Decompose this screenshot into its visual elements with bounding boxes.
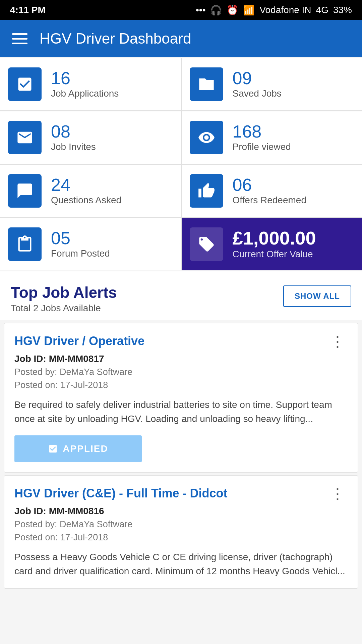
job-posted-by-1: Posted by: DeMaYa Software: [14, 367, 348, 377]
job-card-1-header: HGV Driver / Operative ⋮: [14, 334, 348, 349]
stat-questions-asked[interactable]: 24 Questions Asked: [0, 165, 181, 217]
status-bar: 4:11 PM ••• 🎧 ⏰ 📶 Vodafone IN 4G 33%: [0, 0, 362, 20]
network-label: 4G: [316, 5, 328, 15]
stat-job-applications[interactable]: 16 Job Applications: [0, 58, 181, 110]
forum-posted-count: 05: [51, 229, 110, 247]
job-id-1: Job ID: MM-MM0817: [14, 354, 348, 364]
job-id-2: Job ID: MM-MM0816: [14, 506, 348, 517]
status-dots: •••: [196, 5, 205, 15]
battery-label: 33%: [333, 5, 352, 15]
stat-profile-viewed[interactable]: 168 Profile viewed: [182, 111, 362, 164]
top-job-alerts-header: Top Job Alerts Total 2 Jobs Available SH…: [0, 271, 362, 320]
chat-icon: [8, 174, 42, 208]
saved-jobs-label: Saved Jobs: [233, 88, 282, 99]
offer-label: Current Offer Value: [233, 249, 316, 260]
tag-icon: [190, 227, 223, 261]
stat-job-invites[interactable]: 08 Job Invites: [0, 111, 181, 164]
status-right: ••• 🎧 ⏰ 📶 Vodafone IN 4G 33%: [196, 5, 352, 16]
checkbox-icon: [8, 67, 42, 101]
folder-icon: [190, 67, 223, 101]
section-title: Top Job Alerts: [11, 283, 117, 302]
status-time: 4:11 PM: [10, 5, 46, 15]
profile-viewed-label: Profile viewed: [233, 142, 291, 152]
section-subtitle: Total 2 Jobs Available: [11, 303, 117, 314]
offers-redeemed-count: 06: [233, 176, 307, 194]
job-description-1: Be required to safely deliver industrial…: [14, 398, 348, 426]
eye-icon: [190, 121, 223, 154]
offer-amount: £1,000.00: [233, 229, 316, 248]
saved-jobs-count: 09: [233, 69, 282, 87]
questions-asked-label: Questions Asked: [51, 195, 121, 206]
stat-saved-jobs[interactable]: 09 Saved Jobs: [182, 58, 362, 110]
job-applications-label: Job Applications: [51, 88, 119, 99]
job-posted-by-2: Posted by: DeMaYa Software: [14, 519, 348, 530]
applied-label-1: APPLIED: [63, 443, 108, 454]
show-all-button[interactable]: SHOW ALL: [283, 285, 351, 307]
job-posted-on-2: Posted on: 17-Jul-2018: [14, 532, 348, 543]
signal-icon: 📶: [243, 5, 255, 16]
job-card-1: HGV Driver / Operative ⋮ Job ID: MM-MM08…: [4, 323, 358, 473]
job-more-icon-2[interactable]: ⋮: [327, 486, 348, 501]
job-card-2-header: HGV Driver (C&E) - Full Time - Didcot ⋮: [14, 486, 348, 501]
job-posted-on-1: Posted on: 17-Jul-2018: [14, 380, 348, 390]
clipboard-icon: [8, 227, 42, 261]
thumbsup-icon: [190, 174, 223, 208]
job-title-2[interactable]: HGV Driver (C&E) - Full Time - Didcot: [14, 486, 322, 500]
stat-forum-posted[interactable]: 05 Forum Posted: [0, 218, 181, 270]
page-title: HGV Driver Dashboard: [40, 30, 191, 47]
stat-offer-value[interactable]: £1,000.00 Current Offer Value: [182, 218, 362, 270]
headset-icon: 🎧: [210, 5, 222, 16]
applied-button-1[interactable]: APPLIED: [14, 435, 142, 462]
app-header: HGV Driver Dashboard: [0, 20, 362, 57]
job-card-2: HGV Driver (C&E) - Full Time - Didcot ⋮ …: [4, 475, 358, 589]
offers-redeemed-label: Offers Redeemed: [233, 195, 307, 206]
menu-button[interactable]: [12, 33, 27, 44]
job-invites-count: 08: [51, 123, 96, 140]
profile-viewed-count: 168: [233, 123, 291, 140]
stats-grid: 16 Job Applications 09 Saved Jobs 08 Job…: [0, 58, 362, 270]
job-applications-count: 16: [51, 69, 119, 87]
forum-posted-label: Forum Posted: [51, 248, 110, 259]
carrier-label: Vodafone IN: [259, 5, 311, 15]
stat-offers-redeemed[interactable]: 06 Offers Redeemed: [182, 165, 362, 217]
envelope-icon: [8, 121, 42, 154]
job-title-1[interactable]: HGV Driver / Operative: [14, 334, 322, 348]
job-description-2: Possess a Heavy Goods Vehicle C or CE dr…: [14, 550, 348, 578]
alarm-icon: ⏰: [227, 5, 238, 16]
job-invites-label: Job Invites: [51, 142, 96, 152]
job-more-icon-1[interactable]: ⋮: [327, 334, 348, 349]
questions-asked-count: 24: [51, 176, 121, 194]
